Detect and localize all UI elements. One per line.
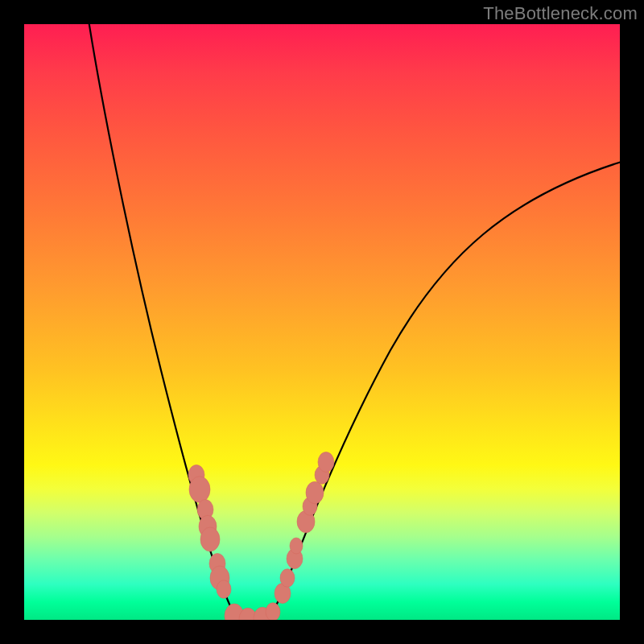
curve-layer: [24, 24, 620, 620]
chart-frame: TheBottleneck.com: [0, 0, 644, 644]
curve-right-branch: [268, 161, 620, 618]
watermark-text: TheBottleneck.com: [483, 3, 638, 24]
plot-area: [24, 24, 620, 620]
data-marker: [280, 569, 295, 588]
data-marker: [266, 603, 280, 620]
data-marker: [306, 481, 324, 504]
data-marker: [200, 527, 220, 551]
data-marker: [217, 580, 231, 599]
marker-group: [188, 452, 334, 621]
data-marker: [189, 477, 210, 503]
data-marker: [318, 452, 334, 473]
data-marker: [290, 538, 303, 554]
